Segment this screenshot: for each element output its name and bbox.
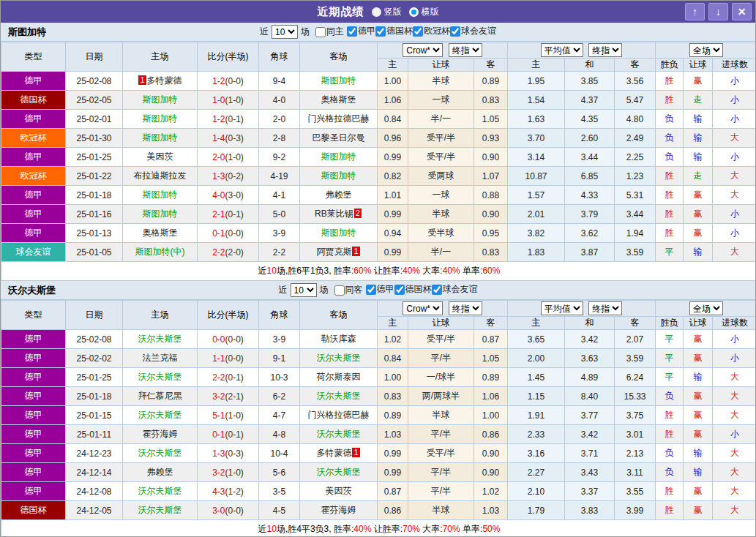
goals-result-cell: 小: [713, 224, 756, 243]
league-cell: 德甲: [1, 406, 66, 425]
league-checkbox[interactable]: [413, 26, 423, 37]
fulltime-score: 1-3: [212, 171, 225, 181]
team-label: 斯图加特: [321, 228, 356, 238]
avg-home-cell: 1.79: [508, 501, 565, 520]
avg-away-cell: 3.11: [615, 463, 656, 482]
team-label: 霍芬海姆: [321, 505, 356, 515]
same-venue-checkbox[interactable]: [315, 27, 326, 37]
league-checkbox[interactable]: [432, 285, 442, 295]
league-checkbox[interactable]: [366, 285, 376, 295]
same-venue-checkbox[interactable]: [334, 285, 345, 296]
layout-vertical-radio[interactable]: 竖版: [372, 6, 402, 18]
summary-text: 场,胜4平3负3, 胜率:: [277, 524, 353, 534]
avg-away-cell: 5.47: [615, 91, 656, 110]
recent-count-select[interactable]: 10: [291, 283, 317, 297]
same-venue-checkbox-item[interactable]: 同客: [334, 284, 363, 296]
corner-cell: 10-3: [259, 368, 300, 387]
team-label: 巴黎圣日尔曼: [312, 132, 365, 143]
date-cell: 25-02-02: [66, 349, 123, 368]
period-select[interactable]: 全场: [689, 43, 723, 57]
league-filter-德甲[interactable]: 德甲: [347, 25, 375, 37]
handicap-cell: 平/半: [408, 425, 474, 444]
date-cell: 25-01-11: [66, 425, 123, 444]
home-team-cell: 霍芬海姆: [123, 425, 198, 444]
avg-draw-cell: 4.37: [565, 91, 615, 110]
sub-header-outcome: 胜负: [656, 59, 684, 72]
fulltime-score: 4-0: [212, 190, 225, 200]
score-cell: 0-1(0-1): [198, 425, 259, 444]
avg-home-cell: 1.45: [508, 368, 565, 387]
summary-text: 近: [258, 266, 267, 276]
outcome-cell: 胜: [656, 72, 684, 91]
league-checkbox[interactable]: [450, 26, 460, 37]
league-filter-德国杯[interactable]: 德国杯: [394, 283, 432, 296]
league-filter-球会友谊[interactable]: 球会友谊: [432, 283, 478, 296]
match-row: 德甲25-01-16斯图加特2-1(0-1)5-0RB莱比锡20.99半球0.9…: [1, 205, 756, 224]
halftime-score: (0-0): [225, 76, 244, 86]
move-up-button[interactable]: ↑: [685, 3, 705, 20]
odds-away-cell: 0.90: [474, 444, 508, 463]
odds-home-cell: 0.99: [378, 463, 408, 482]
recent-count-select[interactable]: 10: [272, 25, 298, 39]
sub-header-outcome: 胜负: [656, 317, 684, 330]
odds-time-select[interactable]: 终指: [449, 301, 482, 315]
league-filter-欧冠杯[interactable]: 欧冠杯: [413, 25, 450, 37]
odds-source-select[interactable]: Crow*: [403, 301, 443, 315]
match-row: 德甲25-01-18拜仁慕尼黑3-2(2-1)6-2沃尔夫斯堡0.83两/两球半…: [1, 387, 756, 406]
avg-away-cell: 2.25: [615, 148, 656, 167]
league-filter-checkboxes: 德甲德国杯欧冠杯球会友谊: [347, 25, 496, 39]
radio-checked-icon[interactable]: [409, 7, 419, 17]
avg-time-select[interactable]: 终指: [588, 301, 622, 315]
league-filter-德国杯[interactable]: 德国杯: [375, 25, 413, 37]
date-cell: 25-02-05: [66, 91, 123, 110]
avg-source-select[interactable]: 平均值: [541, 43, 583, 57]
league-cell: 欧冠杯: [1, 167, 66, 186]
avg-source-select[interactable]: 平均值: [541, 301, 583, 315]
avg-away-cell: 3.56: [615, 72, 656, 91]
team-label: 斯图加特: [321, 75, 356, 86]
odds-away-cell: 1.03: [474, 501, 508, 520]
halftime-score: (0-0): [225, 506, 244, 516]
same-venue-checkbox-item[interactable]: 同主: [315, 26, 344, 38]
league-checkbox-label: 德甲: [358, 25, 375, 37]
halftime-score: (0-1): [225, 429, 244, 440]
avg-home-cell: 3.82: [508, 224, 565, 243]
period-select[interactable]: 全场: [689, 301, 723, 315]
avg-time-select[interactable]: 终指: [588, 43, 622, 57]
avg-home-cell: 1.54: [508, 91, 565, 110]
goals-result-cell: 大: [713, 501, 756, 520]
team-label: 勒沃库森: [321, 334, 356, 344]
odds-source-select[interactable]: Crow*: [403, 43, 443, 57]
league-filter-德甲[interactable]: 德甲: [366, 283, 394, 296]
radio-icon[interactable]: [372, 7, 381, 17]
handicap-result-cell: 赢: [684, 186, 713, 205]
halftime-score: (0-3): [225, 133, 244, 143]
away-team-cell: 沃尔夫斯堡: [300, 349, 378, 368]
move-down-button[interactable]: ↓: [708, 3, 728, 20]
home-team-cell: 沃尔夫斯堡: [123, 501, 198, 520]
goals-result-cell: 大: [713, 243, 756, 262]
team-label: 法兰克福: [143, 353, 178, 363]
team-label: 霍芬海姆: [143, 429, 178, 439]
league-checkbox[interactable]: [375, 26, 386, 37]
sub-header-odds-home: 主: [378, 59, 408, 72]
home-team-cell: 沃尔夫斯堡: [123, 482, 198, 501]
layout-horizontal-radio[interactable]: 横版: [409, 6, 439, 18]
col-header-type: 类型: [1, 42, 66, 72]
goals-result-cell: 小: [713, 148, 756, 167]
league-filter-球会友谊[interactable]: 球会友谊: [450, 25, 496, 37]
avg-home-cell: 1.15: [508, 387, 565, 406]
league-checkbox[interactable]: [394, 285, 405, 295]
avg-away-cell: 3.59: [615, 349, 656, 368]
fulltime-score: 2-2: [212, 247, 225, 258]
score-cell: 1-2(0-1): [198, 110, 259, 129]
close-button[interactable]: ✕: [732, 3, 752, 20]
league-checkbox[interactable]: [347, 26, 357, 37]
outcome-cell: 平: [656, 349, 684, 368]
halftime-score: (0-2): [225, 171, 244, 181]
away-team-cell: 美因茨: [300, 482, 378, 501]
halftime-score: (3-0): [225, 190, 244, 200]
match-row: 德国杯24-12-05沃尔夫斯堡3-0(0-0)4-5霍芬海姆0.86半球1.0…: [1, 501, 756, 520]
halftime-score: (0-0): [225, 334, 244, 345]
odds-time-select[interactable]: 终指: [449, 43, 482, 57]
